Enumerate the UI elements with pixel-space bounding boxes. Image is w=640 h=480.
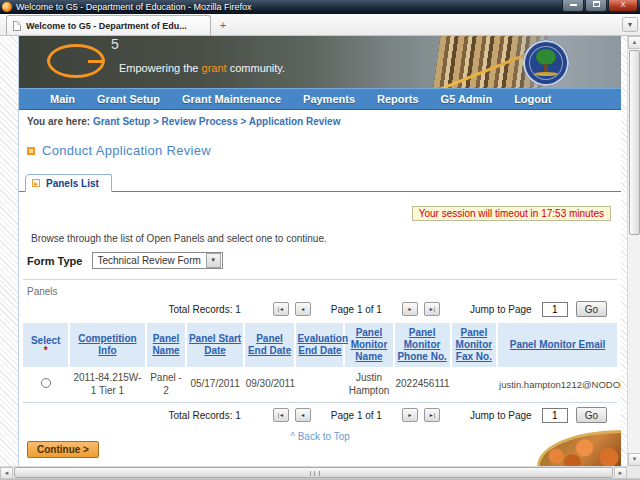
- pagination-top: Total Records: 1 |◄ ◄ Page 1 of 1 ► ►| J…: [19, 301, 607, 317]
- sort-panel-start-date[interactable]: Panel Start Date: [189, 333, 241, 356]
- tab-panels-list[interactable]: ▸ Panels List: [25, 174, 112, 192]
- col-panel-monitor-fax: Panel Monitor Fax No.: [451, 323, 497, 367]
- col-panel-monitor-email: Panel Monitor Email: [497, 323, 617, 367]
- scrollbar-corner: [627, 466, 640, 478]
- cell-panel-start-date: 05/17/2011: [186, 367, 243, 403]
- browser-tab-title: Welcome to G5 - Department of Edu...: [26, 21, 187, 31]
- pagination-bottom: Total Records: 1 |◄ ◄ Page 1 of 1 ► ►| J…: [19, 407, 607, 423]
- scroll-up-button[interactable]: ▲: [628, 36, 640, 49]
- panels-tab-icon: ▸: [32, 179, 40, 187]
- maximize-icon: [593, 1, 600, 7]
- tagline-pre: Empowering the: [119, 62, 202, 74]
- tagline-post: community.: [227, 62, 285, 74]
- first-page-button[interactable]: |◄: [273, 302, 289, 316]
- seal-tree-icon: [536, 49, 556, 65]
- window-titlebar: Welcome to G5 - Department of Education …: [0, 0, 640, 14]
- nav-item-g5-admin[interactable]: G5 Admin: [430, 93, 504, 105]
- window-controls: X: [561, 0, 638, 12]
- total-records: Total Records: 1: [169, 410, 241, 421]
- cell-evaluation-end-date: [295, 367, 344, 403]
- sort-panel-monitor-phone[interactable]: Panel Monitor Phone No.: [397, 327, 446, 362]
- nav-item-grant-setup[interactable]: Grant Setup: [86, 93, 171, 105]
- close-button[interactable]: X: [608, 0, 638, 12]
- nav-item-main[interactable]: Main: [39, 93, 86, 105]
- section-divider: [23, 279, 617, 280]
- jump-to-page-input[interactable]: [542, 302, 568, 317]
- last-page-button[interactable]: ►|: [424, 408, 440, 422]
- total-records: Total Records: 1: [169, 304, 241, 315]
- back-to-top-row: ^ Back to Top: [19, 426, 621, 444]
- col-panel-monitor-phone: Panel Monitor Phone No.: [394, 323, 451, 367]
- tagline-highlight: grant: [202, 62, 227, 74]
- panel-select-radio[interactable]: [41, 378, 51, 388]
- jump-to-page-input[interactable]: [542, 408, 568, 423]
- panels-section-label: Panels: [27, 286, 621, 297]
- seal-trunk-icon: [544, 64, 548, 72]
- maximize-button[interactable]: [585, 0, 607, 12]
- horizontal-scroll-thumb[interactable]: [14, 467, 613, 478]
- next-page-button[interactable]: ►: [402, 408, 418, 422]
- session-timeout-message: Your session will timeout in 17:53 minut…: [412, 206, 611, 221]
- sort-panel-end-date[interactable]: Panel End Date: [248, 333, 291, 356]
- page-title: Conduct Application Review: [42, 143, 211, 158]
- prev-page-button[interactable]: ◄: [295, 302, 311, 316]
- table-row: 2011-84.215W-1 Tier 1 Panel - 2 05/17/20…: [23, 367, 617, 403]
- breadcrumb-path[interactable]: Grant Setup > Review Process > Applicati…: [93, 116, 341, 127]
- vertical-scroll-thumb[interactable]: [629, 50, 640, 235]
- nav-item-payments[interactable]: Payments: [292, 93, 366, 105]
- go-button[interactable]: Go: [576, 301, 607, 317]
- main-navbar: Main Grant Setup Grant Maintenance Payme…: [19, 88, 621, 110]
- content-tabstrip: ▸ Panels List: [19, 174, 621, 192]
- sort-panel-monitor-fax[interactable]: Panel Monitor Fax No.: [456, 327, 493, 362]
- col-panel-name: Panel Name: [146, 323, 187, 367]
- web-page: 5 Empowering the grant community. Main G…: [18, 36, 621, 466]
- jump-to-page-label: Jump to Page: [470, 410, 532, 421]
- form-type-row: Form Type Technical Review Form ▼: [27, 252, 621, 269]
- cell-competition-info: 2011-84.215W-1 Tier 1: [69, 367, 145, 403]
- horizontal-scrollbar[interactable]: ◄ ►: [0, 466, 627, 478]
- col-evaluation-end-date: Evaluation End Date: [295, 323, 344, 367]
- minimize-button[interactable]: [562, 0, 584, 12]
- banner-tagline: Empowering the grant community.: [119, 62, 285, 74]
- col-panel-end-date: Panel End Date: [244, 323, 296, 367]
- sort-panel-monitor-email[interactable]: Panel Monitor Email: [510, 339, 606, 350]
- col-select: Select*: [23, 323, 69, 367]
- required-asterisk: *: [24, 347, 67, 355]
- sort-panel-monitor-name[interactable]: Panel Monitor Name: [351, 327, 388, 362]
- go-button[interactable]: Go: [576, 407, 607, 423]
- form-type-value: Technical Review Form: [93, 255, 204, 266]
- window-title: Welcome to G5 - Department of Education …: [16, 2, 251, 12]
- new-tab-button[interactable]: +: [213, 17, 233, 33]
- tab-list-button[interactable]: ▾: [622, 17, 638, 32]
- nav-item-logout[interactable]: Logout: [503, 93, 562, 105]
- nav-item-reports[interactable]: Reports: [366, 93, 430, 105]
- prev-page-button[interactable]: ◄: [295, 408, 311, 422]
- browser-tab[interactable]: Welcome to G5 - Department of Edu...: [6, 15, 211, 35]
- next-page-button[interactable]: ►: [402, 302, 418, 316]
- sort-competition-info[interactable]: Competition Info: [78, 333, 136, 356]
- bullet-icon: [27, 147, 35, 155]
- page-icon: [13, 21, 21, 31]
- form-type-label: Form Type: [27, 255, 82, 267]
- col-panel-start-date: Panel Start Date: [186, 323, 243, 367]
- col-panel-monitor-name: Panel Monitor Name: [344, 323, 393, 367]
- breadcrumb: You are here: Grant Setup > Review Proce…: [19, 110, 621, 131]
- sort-evaluation-end-date[interactable]: Evaluation End Date: [297, 333, 348, 356]
- nav-item-grant-maintenance[interactable]: Grant Maintenance: [171, 93, 292, 105]
- jump-to-page-label: Jump to Page: [470, 304, 532, 315]
- page-title-row: Conduct Application Review: [27, 143, 621, 158]
- scroll-down-button[interactable]: ▼: [628, 453, 640, 466]
- browser-tabbar: Welcome to G5 - Department of Edu... + ▾: [0, 14, 640, 36]
- last-page-button[interactable]: ►|: [424, 302, 440, 316]
- first-page-button[interactable]: |◄: [273, 408, 289, 422]
- firefox-icon: [2, 2, 12, 12]
- breadcrumb-prefix: You are here:: [27, 116, 90, 127]
- minimize-icon: [570, 4, 577, 6]
- vertical-scrollbar[interactable]: ▲ ▼: [627, 36, 640, 466]
- form-type-select[interactable]: Technical Review Form ▼: [92, 252, 222, 269]
- sort-panel-name[interactable]: Panel Name: [152, 333, 179, 356]
- chevron-down-icon[interactable]: ▼: [206, 253, 221, 268]
- back-to-top-link[interactable]: ^ Back to Top: [290, 431, 350, 442]
- cell-select: [23, 367, 69, 403]
- cell-panel-end-date: 09/30/2011: [244, 367, 296, 403]
